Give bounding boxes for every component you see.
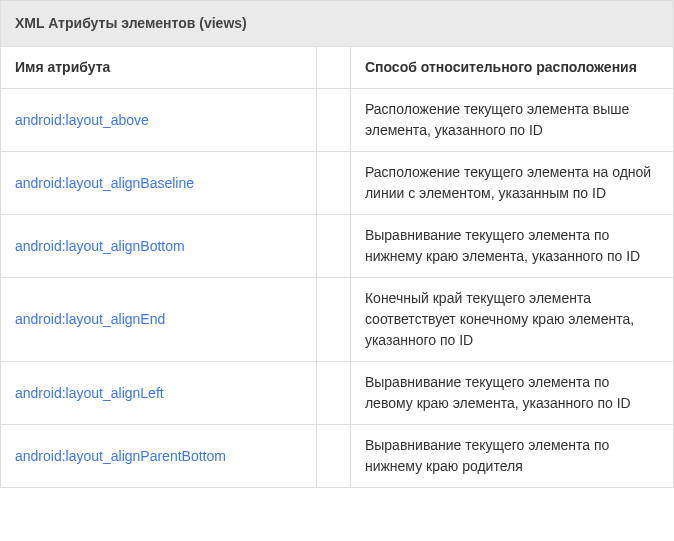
table-title: XML Атрибуты элементов (views) (1, 1, 674, 47)
xml-attributes-table: XML Атрибуты элементов (views) Имя атриб… (0, 0, 674, 488)
spacer-cell (317, 425, 351, 488)
table-row: android:layout_above Расположение текуще… (1, 89, 674, 152)
description-cell: Расположение текущего элемента на одной … (350, 152, 673, 215)
attribute-cell: android:layout_above (1, 89, 317, 152)
header-attribute: Имя атрибута (1, 47, 317, 89)
table-header-row: Имя атрибута Способ относительного распо… (1, 47, 674, 89)
header-spacer (317, 47, 351, 89)
attribute-link[interactable]: android:layout_alignBaseline (15, 175, 194, 191)
description-cell: Выравнивание текущего элемента по нижнем… (350, 425, 673, 488)
table-title-row: XML Атрибуты элементов (views) (1, 1, 674, 47)
spacer-cell (317, 152, 351, 215)
attribute-link[interactable]: android:layout_alignEnd (15, 311, 165, 327)
description-cell: Конечный край текущего элемента соответс… (350, 278, 673, 362)
attribute-cell: android:layout_alignLeft (1, 362, 317, 425)
attribute-cell: android:layout_alignBaseline (1, 152, 317, 215)
description-cell: Выравнивание текущего элемента по нижнем… (350, 215, 673, 278)
attribute-link[interactable]: android:layout_alignLeft (15, 385, 164, 401)
attribute-cell: android:layout_alignParentBottom (1, 425, 317, 488)
spacer-cell (317, 89, 351, 152)
table-row: android:layout_alignLeft Выравнивание те… (1, 362, 674, 425)
table-row: android:layout_alignEnd Конечный край те… (1, 278, 674, 362)
attribute-cell: android:layout_alignEnd (1, 278, 317, 362)
spacer-cell (317, 278, 351, 362)
spacer-cell (317, 362, 351, 425)
description-cell: Выравнивание текущего элемента по левому… (350, 362, 673, 425)
spacer-cell (317, 215, 351, 278)
description-cell: Расположение текущего элемента выше элем… (350, 89, 673, 152)
table-row: android:layout_alignBottom Выравнивание … (1, 215, 674, 278)
attribute-link[interactable]: android:layout_alignBottom (15, 238, 185, 254)
table-body: android:layout_above Расположение текуще… (1, 89, 674, 488)
attribute-link[interactable]: android:layout_above (15, 112, 149, 128)
header-method: Способ относительного расположения (350, 47, 673, 89)
table-row: android:layout_alignBaseline Расположени… (1, 152, 674, 215)
attribute-cell: android:layout_alignBottom (1, 215, 317, 278)
attribute-link[interactable]: android:layout_alignParentBottom (15, 448, 226, 464)
table-row: android:layout_alignParentBottom Выравни… (1, 425, 674, 488)
